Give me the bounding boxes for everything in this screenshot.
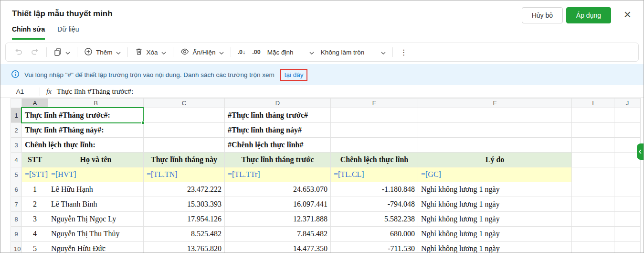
cell-I7[interactable] [572, 197, 614, 212]
cell-F5[interactable]: =[GC] [418, 167, 572, 182]
cell-C1[interactable] [144, 108, 225, 123]
cell-I5[interactable] [572, 167, 614, 182]
column-header-J[interactable]: J [614, 99, 641, 108]
cell-J5[interactable] [614, 167, 641, 182]
cell-D2[interactable]: #Thực lĩnh tháng này# [225, 123, 331, 138]
cell-J6[interactable] [614, 182, 641, 197]
cell-A9[interactable]: 4 [22, 227, 48, 242]
select-all-corner[interactable] [11, 99, 22, 108]
cell-I10[interactable] [572, 242, 614, 253]
tai-day-link[interactable]: tại đây [285, 71, 304, 78]
cell-D6[interactable]: 24.653.070 [225, 182, 331, 197]
cell-D3[interactable]: #Chênh lệch thực lĩnh# [225, 138, 331, 153]
cell-D7[interactable]: 16.097.441 [225, 197, 331, 212]
cell-F7[interactable]: Nghỉ không lương 1 ngày [418, 197, 572, 212]
column-header-C[interactable]: C [144, 99, 225, 108]
cell-A8[interactable]: 3 [22, 212, 48, 227]
cell-E6[interactable]: -1.180.848 [331, 182, 418, 197]
cell-C7[interactable]: 15.303.393 [144, 197, 225, 212]
hide-show-button[interactable]: Ẩn/Hiện [177, 45, 227, 59]
cell-B7[interactable]: Lê Thanh Bình [48, 197, 144, 212]
delete-button[interactable]: Xóa [131, 45, 169, 59]
row-header-6[interactable]: 6 [11, 182, 22, 197]
cell-C10[interactable]: 13.765.820 [144, 242, 225, 253]
cell-A10[interactable]: 5 [22, 242, 48, 253]
cell-I1[interactable] [572, 108, 614, 123]
row-header-5[interactable]: 5 [11, 167, 22, 182]
column-header-F[interactable]: F [418, 99, 572, 108]
cell-F10[interactable]: Nghỉ không lương 1 ngày [418, 242, 572, 253]
cell-A6[interactable]: 1 [22, 182, 48, 197]
rounding-dropdown[interactable]: Không làm tròn [317, 45, 389, 59]
cell-D8[interactable]: 12.371.888 [225, 212, 331, 227]
cell-J8[interactable] [614, 212, 641, 227]
cell-F8[interactable]: Nghỉ không lương 1 ngày [418, 212, 572, 227]
cell-F1[interactable] [418, 108, 572, 123]
apply-button[interactable]: Áp dụng [566, 7, 611, 23]
redo-button[interactable] [27, 45, 43, 59]
name-box[interactable]: A1 [0, 88, 40, 95]
cell-C6[interactable]: 23.472.222 [144, 182, 225, 197]
cell-J1[interactable] [614, 108, 641, 123]
cell-I4[interactable] [572, 153, 614, 167]
cell-C8[interactable]: 17.954.126 [144, 212, 225, 227]
column-header-A[interactable]: A [22, 99, 48, 108]
cell-E1[interactable] [331, 108, 418, 123]
column-header-B[interactable]: B [48, 99, 144, 108]
undo-button[interactable] [11, 45, 27, 59]
cell-J9[interactable] [614, 227, 641, 242]
cell-J2[interactable] [614, 123, 641, 138]
cell-I6[interactable] [572, 182, 614, 197]
cell-F6[interactable]: Nghỉ không lương 1 ngày [418, 182, 572, 197]
cell-J7[interactable] [614, 197, 641, 212]
cell-D5[interactable]: =[TL.TTr] [225, 167, 331, 182]
copy-format-button[interactable] [50, 45, 74, 59]
cell-A7[interactable]: 2 [22, 197, 48, 212]
increase-decimal-button[interactable]: .00 [249, 45, 264, 59]
cell-F4[interactable]: Lý do [418, 153, 572, 167]
tab-chinh-sua[interactable]: Chỉnh sửa [12, 25, 45, 40]
cell-A5[interactable]: =[STT] [22, 167, 48, 182]
cell-B10[interactable]: Nguyễn Hữu Đức [48, 242, 144, 253]
cell-E2[interactable] [331, 123, 418, 138]
cell-F9[interactable]: Nghỉ không lương 1 ngày [418, 227, 572, 242]
cell-B9[interactable]: Nguyễn Thị Thu Thủy [48, 227, 144, 242]
cell-E3[interactable] [331, 138, 418, 153]
cancel-button[interactable]: Hủy bỏ [522, 7, 563, 23]
column-header-I[interactable]: I [572, 99, 614, 108]
row-header-10[interactable]: 10 [11, 242, 22, 253]
cell-I9[interactable] [572, 227, 614, 242]
add-button[interactable]: Thêm [81, 45, 124, 59]
decrease-decimal-button[interactable]: .0↓ [234, 45, 249, 59]
more-options-icon[interactable]: ⋮ [396, 48, 412, 57]
row-header-1[interactable]: 1 [11, 108, 22, 123]
cell-F3[interactable] [418, 138, 572, 153]
cell-E9[interactable]: 680.000 [331, 227, 418, 242]
row-header-9[interactable]: 9 [11, 227, 22, 242]
cell-B6[interactable]: Lê Hữu Hạnh [48, 182, 144, 197]
cell-F2[interactable] [418, 123, 572, 138]
cell-C5[interactable]: =[TL.TN] [144, 167, 225, 182]
cell-A4[interactable]: STT [22, 153, 48, 167]
cell-J10[interactable] [614, 242, 641, 253]
formula-input[interactable]: Thực lĩnh #Tháng trước#: [57, 87, 134, 96]
cell-A1[interactable]: Thực lĩnh #Tháng trước#: [22, 108, 144, 123]
tab-du-lieu[interactable]: Dữ liệu [57, 25, 79, 40]
cell-D10[interactable]: 14.477.350 [225, 242, 331, 253]
fill-handle[interactable] [141, 121, 145, 124]
cell-E4[interactable]: Chênh lệch thực lĩnh [331, 153, 418, 167]
cell-C2[interactable] [144, 123, 225, 138]
cell-I3[interactable] [572, 138, 614, 153]
cell-B8[interactable]: Nguyễn Thị Ngọc Ly [48, 212, 144, 227]
cell-D1[interactable]: #Thực lĩnh tháng trước# [225, 108, 331, 123]
row-header-4[interactable]: 4 [11, 153, 22, 167]
panel-expand-handle[interactable] [637, 143, 644, 160]
cell-A3[interactable]: Chênh lệch thực lĩnh: [22, 138, 144, 153]
cell-I8[interactable] [572, 212, 614, 227]
cell-C9[interactable]: 8.525.482 [144, 227, 225, 242]
cell-C4[interactable]: Thực lĩnh tháng này [144, 153, 225, 167]
cell-A2[interactable]: Thực lĩnh #Tháng này#: [22, 123, 144, 138]
cell-B4[interactable]: Họ và tên [48, 153, 144, 167]
cell-C3[interactable] [144, 138, 225, 153]
cell-I2[interactable] [572, 123, 614, 138]
